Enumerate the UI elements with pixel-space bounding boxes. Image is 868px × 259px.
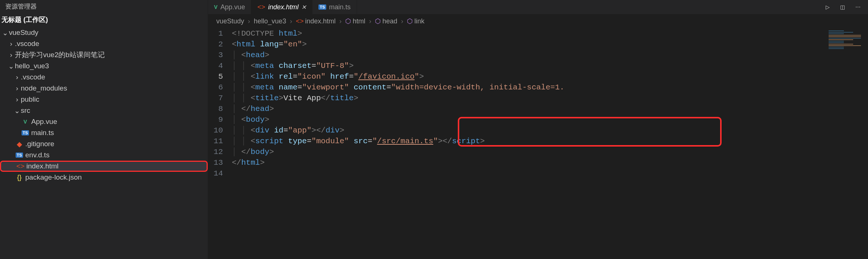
line-number: 14 [208,168,223,179]
chevron-right-icon: › [401,17,403,25]
editor-tab[interactable]: TSmain.ts [312,0,357,14]
line-number: 9 [208,114,223,125]
folder-item[interactable]: › .vscode [0,72,208,83]
line-gutter: 1234567891011121314 [208,28,232,259]
line-number: 5 [208,71,223,82]
ts-icon: TS [15,153,24,158]
code-line[interactable]: │ │ <link rel="icon" href="/favicon.ico"… [232,71,868,82]
chevron-right-icon: › [339,17,341,25]
explorer-title: 资源管理器 [0,0,208,13]
code-line[interactable]: │ │ <meta charset="UTF-8"> [232,60,868,71]
file-label: index.html [26,162,59,170]
breadcrumb-item[interactable]: vueStudy [216,17,244,25]
line-number: 1 [208,28,223,39]
code-line[interactable]: <html lang="en"> [232,39,868,50]
code-line[interactable] [232,168,868,179]
line-number: 4 [208,60,223,71]
code-line[interactable]: </html> [232,157,868,168]
line-number: 12 [208,147,223,157]
code-line[interactable]: │ │ <title>Vite App</title> [232,93,868,104]
file-item[interactable]: TSenv.d.ts [0,150,208,161]
workspace-title[interactable]: 无标题 (工作区) [0,13,208,26]
folder-label: 开始学习vue2的b站课间笔记 [15,50,105,60]
ts-icon: TS [318,4,326,10]
file-item[interactable]: {}package-lock.json [0,172,208,183]
code-line[interactable]: │ │ <script type="module" src="/src/main… [232,136,868,147]
chevron-down-icon: ⌄ [1,29,9,37]
folder-hello-vue3[interactable]: ⌄ hello_vue3 [0,60,208,72]
tab-bar: VApp.vue<>index.html✕TSmain.ts ▷ ◫ ⋯ [208,0,868,14]
folder-label: node_modules [21,84,67,92]
run-icon[interactable]: ▷ [826,4,830,10]
line-number: 6 [208,82,223,93]
ts-icon: TS [21,130,30,135]
symbol-icon: ⬡ [375,17,381,25]
chevron-down-icon: ⌄ [13,106,21,115]
chevron-right-icon: › [13,84,21,92]
editor-tab[interactable]: VApp.vue [208,0,251,14]
folder-item[interactable]: › node_modules [0,83,208,94]
breadcrumb-item[interactable]: ⬡link [407,17,424,25]
line-number: 2 [208,39,223,50]
file-item[interactable]: VApp.vue [0,116,208,127]
breadcrumb-item[interactable]: hello_vue3 [254,17,286,25]
explorer-sidebar: 资源管理器 无标题 (工作区) ⌄ vueStudy › .vscode › 开… [0,0,208,259]
line-number: 7 [208,93,223,104]
folder-item[interactable]: › .vscode [0,38,208,49]
git-icon: ◆ [15,140,24,148]
chevron-right-icon: › [290,17,292,25]
editor-actions: ▷ ◫ ⋯ [826,4,868,10]
code-line[interactable]: │ </head> [232,104,868,114]
folder-src[interactable]: ⌄ src [0,105,208,116]
chevron-right-icon: › [13,95,21,104]
tab-label: App.vue [220,3,245,11]
more-icon[interactable]: ⋯ [855,4,861,10]
code-content[interactable]: <!DOCTYPE html><html lang="en">│ <head>│… [232,28,868,259]
folder-vuestudy[interactable]: ⌄ vueStudy [0,27,208,38]
vue-icon: V [214,4,217,10]
tab-label: index.html [268,3,298,11]
editor-area: VApp.vue<>index.html✕TSmain.ts ▷ ◫ ⋯ vue… [208,0,868,259]
breadcrumb-item[interactable]: ⬡head [375,17,397,25]
close-icon[interactable]: ✕ [301,4,306,11]
code-editor[interactable]: 1234567891011121314 <!DOCTYPE html><html… [208,28,868,259]
tab-label: main.ts [329,3,351,11]
file-label: main.ts [31,129,54,137]
line-number: 8 [208,104,223,114]
file-label: package-lock.json [25,173,82,181]
chevron-down-icon: ⌄ [7,62,15,71]
file-label: App.vue [31,118,57,126]
symbol-icon: ⬡ [345,17,351,25]
line-number: 10 [208,125,223,136]
breadcrumbs[interactable]: vueStudy › hello_vue3 › <>index.html › ⬡… [208,14,868,28]
symbol-icon: ⬡ [407,17,413,25]
html-icon: <> [257,3,265,11]
folder-label: src [21,106,30,115]
code-line[interactable]: │ │ <meta name="viewport" content="width… [232,82,868,93]
line-number: 11 [208,136,223,147]
file-tree: ⌄ vueStudy › .vscode › 开始学习vue2的b站课间笔记 ⌄… [0,26,208,183]
code-line[interactable]: │ </body> [232,147,868,157]
folder-label: vueStudy [9,29,38,37]
chevron-right-icon: › [7,51,15,59]
editor-tab[interactable]: <>index.html✕ [251,0,312,14]
code-line[interactable]: <!DOCTYPE html> [232,28,868,39]
breadcrumb-item[interactable]: ⬡html [345,17,365,25]
code-line[interactable]: │ <head> [232,50,868,60]
file-item[interactable]: TSmain.ts [0,127,208,138]
file-label: .gitignore [25,140,54,148]
vue-icon: V [21,119,30,125]
folder-label: .vscode [15,40,39,48]
file-item[interactable]: ◆.gitignore [0,138,208,150]
code-line[interactable]: │ │ <div id="app"></div> [232,125,868,136]
code-line[interactable]: │ <body> [232,114,868,125]
folder-item[interactable]: › public [0,94,208,105]
chevron-right-icon: › [7,40,15,48]
folder-item[interactable]: › 开始学习vue2的b站课间笔记 [0,49,208,60]
file-item[interactable]: <>index.html [0,161,208,172]
split-editor-icon[interactable]: ◫ [840,4,845,10]
breadcrumb-item[interactable]: <>index.html [296,17,336,25]
minimap[interactable] [827,28,868,65]
folder-label: public [21,95,39,104]
file-label: env.d.ts [25,151,49,159]
